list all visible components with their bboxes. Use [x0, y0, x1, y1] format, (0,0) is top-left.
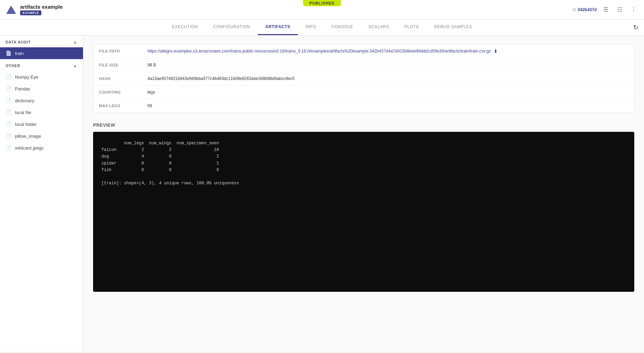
- sidebar-item-local-folder[interactable]: 📄 local folder: [0, 118, 83, 130]
- sidebar-item-dictionary[interactable]: 📄 dictionary: [0, 95, 83, 106]
- tab-debug-samples[interactable]: DEBUG SAMPLES: [427, 19, 480, 35]
- file-path-link[interactable]: https://allegro-examples.s3.amazonaws.co…: [148, 49, 491, 54]
- counting-value: legs: [142, 86, 634, 99]
- sidebar-item-train-label: train: [15, 51, 24, 56]
- sidebar-section-other: OTHER ▲: [0, 59, 83, 71]
- sidebar-section-data-audit: DATA AUDIT ▲: [0, 35, 83, 47]
- download-icon[interactable]: ⬇: [494, 48, 498, 54]
- app-title: artifacts example: [20, 4, 63, 10]
- data-audit-label: DATA AUDIT: [6, 40, 31, 44]
- other-label: OTHER: [6, 64, 20, 68]
- sidebar: DATA AUDIT ▲ 📄 train OTHER ▲ 📄 Numpy Eye…: [0, 35, 83, 352]
- notes-icon[interactable]: ☰: [601, 5, 611, 15]
- menu-icon[interactable]: ⋮: [629, 5, 638, 15]
- sidebar-item-train[interactable]: 📄 train: [0, 47, 83, 59]
- file-size-label: FILE SIZE: [93, 58, 142, 72]
- nav-tabs: EXECUTION CONFIGURATION ARTIFACTS INFO C…: [0, 19, 644, 35]
- counting-label: COUNTING: [93, 86, 142, 99]
- file-icon-pillow-image: 📄: [6, 133, 11, 139]
- sidebar-item-pandas-label: Pandas: [15, 86, 30, 91]
- file-path-label: FILE PATH: [93, 44, 142, 58]
- task-id: ID 042b437d: [572, 7, 597, 12]
- file-icon-pandas: 📄: [6, 86, 11, 91]
- hash-value: 4a13ae9574821b643e949bba577c46483dc11609…: [142, 72, 634, 86]
- max-legs-label: MAX LEGS: [93, 99, 142, 113]
- main-layout: DATA AUDIT ▲ 📄 train OTHER ▲ 📄 Numpy Eye…: [0, 35, 644, 352]
- file-size-value: 98 B: [142, 58, 634, 72]
- sidebar-item-local-folder-label: local folder: [15, 122, 37, 127]
- refresh-icon[interactable]: ↻: [633, 24, 638, 31]
- sidebar-item-pandas[interactable]: 📄 Pandas: [0, 83, 83, 95]
- sidebar-item-dictionary-label: dictionary: [15, 98, 34, 103]
- app-title-area: artifacts example EXAMPLE: [20, 4, 63, 15]
- file-icon-local-folder: 📄: [6, 121, 11, 127]
- artifact-table: FILE PATH https://allegro-examples.s3.am…: [93, 44, 634, 113]
- id-value: 042b437d: [578, 7, 597, 12]
- preview-code: num_legs num_wings num_specimen_seen fal…: [93, 132, 634, 292]
- tab-console[interactable]: CONSOLE: [324, 19, 361, 35]
- tab-execution[interactable]: EXECUTION: [164, 19, 206, 35]
- published-badge: PUBLISHED: [303, 0, 341, 6]
- artifact-row-hash: HASH 4a13ae9574821b643e949bba577c46483dc…: [93, 72, 634, 86]
- sidebar-item-pillow-image[interactable]: 📄 pillow_image: [0, 130, 83, 142]
- tab-plots[interactable]: PLOTS: [397, 19, 427, 35]
- file-icon-dictionary: 📄: [6, 98, 11, 103]
- artifact-row-filepath: FILE PATH https://allegro-examples.s3.am…: [93, 44, 634, 58]
- tab-artifacts[interactable]: ARTIFACTS: [258, 19, 298, 35]
- example-badge: EXAMPLE: [20, 10, 41, 15]
- id-label: ID: [572, 8, 576, 12]
- top-right-actions: ID 042b437d ☰ ☷ ⋮: [572, 5, 638, 15]
- file-icon-local-file: 📄: [6, 110, 11, 115]
- other-chevron[interactable]: ▲: [73, 63, 77, 68]
- logo-area: artifacts example EXAMPLE: [6, 4, 63, 15]
- preview-section: PREVIEW num_legs num_wings num_specimen_…: [93, 122, 634, 292]
- tab-scalars[interactable]: SCALARS: [361, 19, 397, 35]
- sidebar-item-numpy-eye-label: Numpy Eye: [15, 74, 38, 80]
- tab-info[interactable]: INFO: [298, 19, 324, 35]
- artifact-row-max-legs: MAX LEGS 69: [93, 99, 634, 113]
- content-area: FILE PATH https://allegro-examples.s3.am…: [83, 35, 644, 352]
- file-icon-wildcard-jpegs: 📄: [6, 145, 11, 151]
- top-bar: artifacts example EXAMPLE PUBLISHED ID 0…: [0, 0, 644, 19]
- preview-label: PREVIEW: [93, 122, 634, 128]
- sidebar-item-pillow-image-label: pillow_image: [15, 134, 41, 139]
- sidebar-item-wildcard-jpegs[interactable]: 📄 wildcard jpegs: [0, 142, 83, 154]
- file-icon-numpy-eye: 📄: [6, 74, 11, 80]
- sidebar-item-local-file[interactable]: 📄 local file: [0, 106, 83, 118]
- data-audit-chevron[interactable]: ▲: [73, 40, 77, 45]
- file-icon-train: 📄: [6, 50, 11, 56]
- sidebar-item-numpy-eye[interactable]: 📄 Numpy Eye: [0, 71, 83, 83]
- artifact-row-counting: COUNTING legs: [93, 86, 634, 99]
- sidebar-item-wildcard-jpegs-label: wildcard jpegs: [15, 145, 43, 151]
- artifact-row-filesize: FILE SIZE 98 B: [93, 58, 634, 72]
- layout-icon[interactable]: ☷: [615, 5, 625, 15]
- max-legs-value: 69: [142, 99, 634, 113]
- sidebar-item-local-file-label: local file: [15, 110, 31, 115]
- logo-icon: [6, 4, 17, 15]
- hash-label: HASH: [93, 72, 142, 86]
- tab-configuration[interactable]: CONFIGURATION: [205, 19, 257, 35]
- file-path-cell: https://allegro-examples.s3.amazonaws.co…: [142, 44, 634, 58]
